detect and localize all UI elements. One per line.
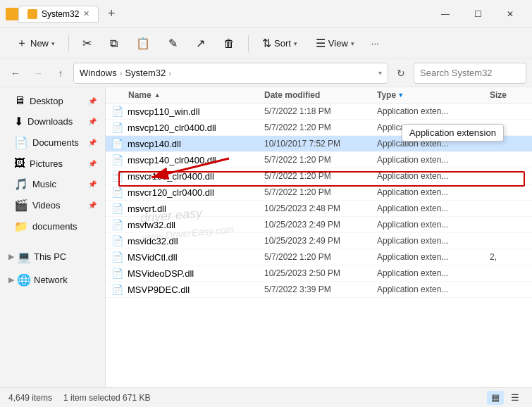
file-icon: 📄 (111, 138, 123, 149)
rename-button[interactable]: ✎ (161, 32, 185, 54)
table-row[interactable]: 📄msvcr120_clr0400.dll 5/7/2022 1:20 PM A… (106, 184, 532, 201)
col-size-label: Size (490, 90, 507, 100)
network-label: Network (34, 275, 68, 285)
forward-button[interactable]: → (28, 63, 48, 83)
maximize-button[interactable]: ☐ (462, 3, 494, 25)
sidebar-label-pictures: Pictures (30, 158, 63, 169)
tab-close-icon[interactable]: ✕ (83, 9, 89, 18)
network-icon: 🌐 (17, 273, 31, 287)
copy-button[interactable]: ⧉ (102, 33, 125, 54)
new-button[interactable]: ＋ New ▾ (8, 32, 63, 55)
folder-icon (6, 8, 18, 20)
tab-folder-icon (27, 9, 37, 19)
table-row[interactable]: 📄msvcp110_win.dll 5/7/2022 1:18 PM Appli… (106, 104, 532, 120)
toolbar-separator-1 (68, 35, 69, 52)
breadcrumb-sep-1: › (120, 69, 123, 77)
new-icon: ＋ (16, 36, 27, 51)
view-button[interactable]: ☰ View ▾ (308, 32, 362, 54)
col-size[interactable]: Size (490, 90, 532, 100)
cut-button[interactable]: ✂ (75, 32, 99, 54)
sidebar-section-network[interactable]: ▶ 🌐 Network (0, 269, 105, 288)
sidebar-section-thispc[interactable]: ▶ 💻 This PC (0, 246, 105, 265)
file-icon: 📄 (111, 203, 123, 214)
sidebar-item-desktop[interactable]: 🖥 Desktop 📌 (3, 91, 102, 111)
filelist-header: Name ▲ Date modified Type ▼ Size (106, 87, 532, 104)
window-controls: — ☐ ✕ (429, 3, 526, 25)
delete-icon: 🗑 (223, 37, 235, 50)
table-row[interactable]: 📄msvcr100_clr0400.dll 5/7/2022 1:20 PM A… (106, 168, 532, 184)
sidebar-pin-desktop: 📌 (88, 97, 97, 105)
file-icon: 📄 (111, 122, 123, 133)
sort-label: Sort (274, 38, 291, 49)
view-label: View (328, 38, 348, 49)
sidebar-pin-videos: 📌 (88, 201, 97, 209)
thispc-expand-icon: ▶ (8, 252, 14, 261)
rename-icon: ✎ (168, 37, 178, 50)
new-label: New (30, 38, 49, 49)
back-button[interactable]: ← (6, 63, 25, 83)
close-button[interactable]: ✕ (494, 3, 526, 25)
videos-icon: 🎬 (14, 199, 28, 212)
delete-button[interactable]: 🗑 (216, 33, 242, 54)
breadcrumb-sep-2: › (168, 69, 171, 77)
view-icon: ☰ (316, 37, 326, 50)
selected-info: 1 item selected 671 KB (63, 393, 150, 403)
sidebar-pin-documents: 📌 (88, 139, 97, 146)
new-tab-button[interactable]: + (101, 4, 121, 24)
paste-button[interactable]: 📋 (128, 32, 158, 54)
file-icon: 📄 (111, 187, 123, 198)
breadcrumb-system32[interactable]: System32 (125, 68, 166, 78)
col-type[interactable]: Type ▼ (377, 90, 490, 100)
table-row[interactable]: 📄msvidc32.dll 10/25/2023 2:49 PM Applica… (106, 233, 532, 249)
sort-button[interactable]: ⇅ Sort ▾ (254, 32, 305, 54)
table-row[interactable]: 📄msvcrt.dll 10/25/2023 2:48 PM Applicati… (106, 201, 532, 217)
breadcrumb[interactable]: Windows › System32 › ▾ (73, 63, 388, 84)
table-row[interactable]: 📄msvfw32.dll 10/25/2023 2:49 PM Applicat… (106, 217, 532, 233)
list-view-button[interactable]: ☰ (507, 391, 524, 405)
file-icon: 📄 (111, 284, 123, 295)
thispc-icon: 💻 (17, 250, 31, 263)
sidebar-item-docs-folder[interactable]: 📁 documents (3, 216, 102, 237)
minimize-button[interactable]: — (429, 3, 462, 25)
col-name-sort-icon: ▲ (154, 92, 161, 99)
music-icon: 🎵 (14, 177, 28, 191)
sort-icon: ⇅ (262, 37, 271, 50)
grid-view-button[interactable]: ▦ (487, 391, 504, 405)
breadcrumb-expand-icon[interactable]: ▾ (378, 69, 382, 77)
table-row[interactable]: 📄MSVideoDSP.dll 10/25/2023 2:50 PM Appli… (106, 265, 532, 282)
sidebar-label-downloads: Downloads (27, 116, 73, 127)
col-date[interactable]: Date modified (264, 90, 377, 100)
sidebar-item-downloads[interactable]: ⬇ Downloads 📌 (3, 111, 102, 132)
sidebar-item-videos[interactable]: 🎬 Videos 📌 (3, 195, 102, 215)
sidebar-item-music[interactable]: 🎵 Music 📌 (3, 174, 102, 194)
new-chevron-icon: ▾ (51, 40, 55, 47)
up-button[interactable]: ↑ (51, 63, 70, 83)
share-button[interactable]: ↗ (188, 32, 213, 54)
table-row[interactable]: 📄MSVP9DEC.dll 5/7/2022 3:39 PM Applicati… (106, 282, 532, 298)
refresh-button[interactable]: ↻ (391, 63, 411, 83)
more-options-button[interactable]: ··· (365, 34, 385, 53)
sidebar-item-documents[interactable]: 📄 Documents 📌 (3, 132, 102, 153)
toolbar: ＋ New ▾ ✂ ⧉ 📋 ✎ ↗ 🗑 ⇅ Sort ▾ ☰ (0, 28, 532, 59)
statusbar: 4,649 items 1 item selected 671 KB ▦ ☰ (0, 387, 532, 407)
file-icon: 📄 (111, 235, 123, 246)
search-box[interactable]: 🔍 (414, 63, 526, 84)
table-row[interactable]: 📄msvcp140_clr0400.dll 5/7/2022 1:20 PM A… (106, 152, 532, 168)
sidebar-item-pictures[interactable]: 🖼 Pictures 📌 (3, 154, 102, 173)
table-row[interactable]: 📄MSVidCtl.dll 5/7/2022 1:20 PM Applicati… (106, 249, 532, 265)
col-type-label: Type (377, 90, 396, 100)
more-icon: ··· (371, 38, 379, 49)
desktop-icon: 🖥 (14, 94, 25, 107)
share-icon: ↗ (196, 37, 205, 50)
col-date-label: Date modified (264, 90, 320, 100)
col-type-sort-icon: ▼ (397, 92, 404, 99)
breadcrumb-windows[interactable]: Windows (80, 68, 117, 78)
search-input[interactable] (420, 68, 532, 78)
addressbar: ← → ↑ Windows › System32 › ▾ ↻ 🔍 (0, 59, 532, 87)
titlebar-tab[interactable]: System32 ✕ (18, 6, 99, 23)
sidebar-pin-downloads: 📌 (88, 118, 97, 125)
cut-icon: ✂ (82, 37, 92, 50)
col-name[interactable]: Name ▲ (106, 90, 264, 100)
file-icon: 📄 (111, 170, 123, 182)
file-icon: 📄 (111, 251, 123, 263)
